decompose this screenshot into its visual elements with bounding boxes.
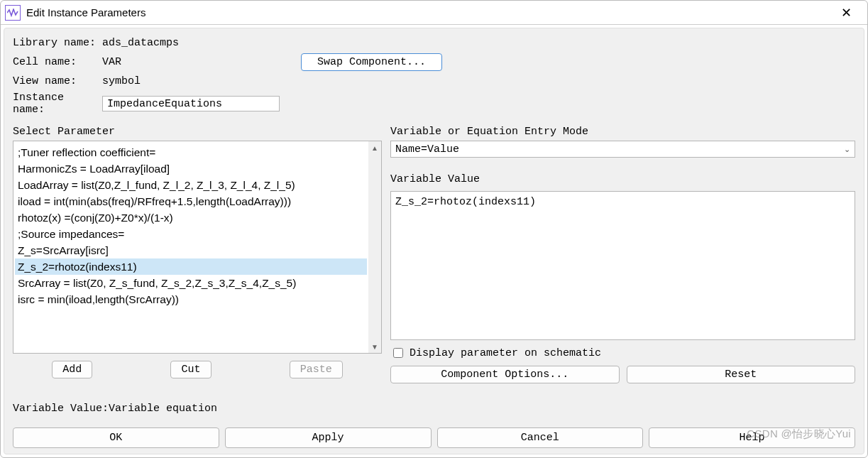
paste-button[interactable]: Paste (290, 361, 343, 378)
cell-name-value: VAR (102, 56, 287, 68)
window-title: Edit Instance Parameters (26, 6, 145, 18)
scroll-down-icon[interactable]: ▼ (368, 340, 381, 353)
list-item[interactable]: SrcArray = list(Z0, Z_s_fund, Z_s_2,Z_s_… (15, 275, 367, 291)
reset-button[interactable]: Reset (627, 366, 856, 383)
library-name-label: Library name: (13, 37, 97, 49)
display-parameter-label: Display parameter on schematic (410, 347, 601, 359)
component-options-button[interactable]: Component Options... (390, 366, 620, 383)
entry-mode-value: Name=Value (395, 143, 459, 156)
cut-button[interactable]: Cut (170, 361, 211, 378)
variable-value-box[interactable]: Z_s_2=rhotoz(indexs11) (390, 191, 855, 340)
variable-value-label: Variable Value (390, 173, 855, 185)
display-parameter-row[interactable]: Display parameter on schematic (390, 346, 855, 360)
list-button-row: Add Cut Paste (13, 361, 382, 378)
variable-value-hint: Variable Value:Variable equation (13, 403, 855, 415)
close-icon[interactable]: ✕ (832, 5, 860, 21)
variable-value-text: Z_s_2=rhotoz(indexs11) (395, 196, 536, 208)
instance-name-label: Instance name: (13, 92, 97, 116)
view-name-value: symbol (102, 75, 287, 87)
entry-mode-combo[interactable]: Name=Value ⌄ (390, 141, 855, 158)
list-item[interactable]: HarmonicZs = LoadArray[iload] (15, 160, 367, 177)
list-item[interactable]: rhotoz(x) =(conj(Z0)+Z0*x)/(1-x) (15, 209, 367, 226)
add-button[interactable]: Add (52, 361, 92, 378)
right-button-row: Component Options... Reset (390, 366, 855, 383)
instance-meta: Library name: ads_datacmps Cell name: VA… (13, 37, 855, 116)
instance-name-input[interactable] (102, 96, 280, 111)
list-item[interactable]: LoadArray = list(Z0,Z_l_fund, Z_l_2, Z_l… (15, 177, 367, 193)
list-item[interactable]: ;Tuner reflection coefficient= (15, 144, 367, 160)
right-column: Variable or Equation Entry Mode Name=Val… (390, 126, 855, 396)
entry-mode-label: Variable or Equation Entry Mode (390, 126, 855, 138)
chevron-down-icon: ⌄ (844, 145, 850, 154)
view-name-label: View name: (13, 75, 97, 87)
columns: Select Parameter ;Tuner reflection coeff… (13, 126, 855, 396)
scroll-track[interactable] (368, 154, 381, 340)
list-item[interactable]: Z_s_2=rhotoz(indexs11) (15, 258, 367, 275)
ok-button[interactable]: OK (13, 427, 219, 448)
listbox-scrollbar[interactable]: ▲ ▼ (368, 141, 381, 353)
cancel-button[interactable]: Cancel (437, 427, 644, 448)
list-item[interactable]: isrc = min(iload,length(SrcArray)) (15, 291, 367, 307)
titlebar: Edit Instance Parameters ✕ (1, 1, 867, 25)
list-item[interactable]: iload = int(min(abs(freq)/RFfreq+1.5,len… (15, 193, 367, 209)
dialog-edit-instance-parameters: Edit Instance Parameters ✕ Library name:… (0, 0, 868, 458)
list-item[interactable]: ;Source impedances= (15, 226, 367, 242)
library-name-value: ads_datacmps (102, 37, 287, 49)
scroll-up-icon[interactable]: ▲ (368, 141, 381, 154)
help-button[interactable]: Help (649, 427, 855, 448)
app-icon (5, 5, 21, 21)
swap-component-button[interactable]: Swap Component... (301, 53, 442, 71)
parameter-listbox[interactable]: ;Tuner reflection coefficient=HarmonicZs… (13, 141, 382, 354)
apply-button[interactable]: Apply (225, 427, 432, 448)
select-parameter-label: Select Parameter (13, 126, 382, 138)
parameter-list-inner: ;Tuner reflection coefficient=HarmonicZs… (13, 141, 368, 353)
list-item[interactable]: Z_s=SrcArray[isrc] (15, 242, 367, 258)
bottom-button-bar: OK Apply Cancel Help (13, 415, 855, 448)
cell-name-label: Cell name: (13, 56, 97, 68)
left-column: Select Parameter ;Tuner reflection coeff… (13, 126, 382, 396)
display-parameter-checkbox[interactable] (393, 348, 403, 358)
dialog-body: Library name: ads_datacmps Cell name: VA… (4, 28, 864, 454)
